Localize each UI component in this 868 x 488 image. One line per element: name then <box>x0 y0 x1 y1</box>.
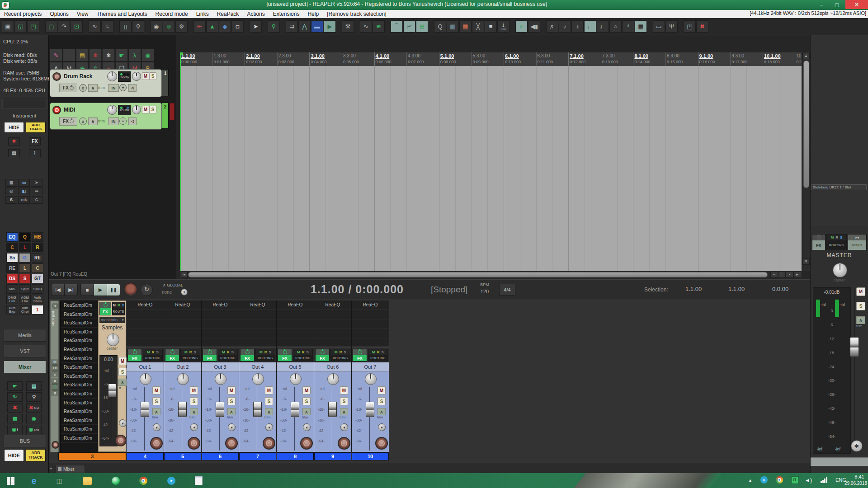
menu-item-links[interactable]: Links <box>192 10 213 18</box>
fx-insert-empty[interactable] <box>239 310 276 348</box>
solo-button[interactable]: S <box>149 72 156 80</box>
fx-power-button[interactable] <box>52 384 58 390</box>
pan-knob[interactable] <box>132 105 141 114</box>
pan-knob[interactable] <box>252 373 264 385</box>
channel-name[interactable]: Out 2 <box>164 362 201 372</box>
scroll-down-button[interactable]: ▾ <box>802 258 810 265</box>
tray-chrome-icon[interactable] <box>775 475 784 484</box>
menu-item-remove-track-selection[interactable]: [Remove track selection] <box>323 10 390 18</box>
fx-button[interactable]: FX <box>316 355 329 361</box>
view-mixer-scroll-hand-icon[interactable]: ☛ <box>7 381 23 391</box>
zoom-fit-button[interactable]: ▪ <box>786 272 793 278</box>
toolbar-envelope-shape-icon[interactable]: ✂ <box>403 20 415 33</box>
tray-expand-icon[interactable]: ▲ <box>748 478 752 483</box>
fx-button[interactable]: FX <box>59 84 77 92</box>
toolbar-performance-person-icon[interactable]: Ψ <box>665 20 678 33</box>
fx-shortcut-dim-choi[interactable]: Dim Choi <box>19 305 31 314</box>
collapsed-track-strip[interactable]: ▾ MIDI (not IN FX ∧ ø M <box>50 300 59 452</box>
mute-button[interactable]: M <box>152 386 160 394</box>
media-mk-icon[interactable]: mk <box>18 196 30 204</box>
record-arm-button[interactable] <box>263 437 275 450</box>
route-button[interactable]: ROUTE <box>118 105 131 115</box>
sends-dropdown[interactable]: ▾ <box>265 423 273 431</box>
toolbar-grid-blocks-icon[interactable]: ⊞ <box>416 20 428 33</box>
fx-insert-empty[interactable] <box>127 310 164 348</box>
tcp-toolbar-blank-icon[interactable] <box>63 49 75 61</box>
dock-resize-bar[interactable] <box>811 457 868 466</box>
go-to-end-button[interactable]: ▶| <box>64 284 78 296</box>
toolbar-spectral-wave-icon[interactable]: ≋ <box>373 20 385 33</box>
fx-shortcut-aom-lim[interactable]: AOM Lim <box>19 295 31 304</box>
fx-power-button[interactable] <box>203 349 217 355</box>
fx-power-button[interactable] <box>128 349 142 355</box>
view-show-sends-eye-icon[interactable]: ◉Snd <box>26 425 42 434</box>
track-number[interactable]: 9 <box>314 452 351 460</box>
view-mixer-search-icon[interactable]: ⚲ <box>26 392 42 402</box>
vertical-scroll-thumb[interactable] <box>803 61 809 188</box>
mute-button[interactable]: M <box>142 72 149 80</box>
tcp-toolbar-grab-hand-icon[interactable]: ☛ <box>115 49 128 61</box>
go-to-start-button[interactable]: |◀ <box>51 284 65 296</box>
fx-insert-empty[interactable] <box>202 310 239 348</box>
toolbar-search-project-icon[interactable]: ⚲ <box>132 20 144 33</box>
mute-button[interactable]: M <box>302 386 311 394</box>
time-signature[interactable]: 4/4 <box>499 284 515 296</box>
routing-button[interactable]: ROUTING <box>827 240 846 250</box>
fx-insert-slot[interactable]: ReaEQ <box>314 300 351 310</box>
record-arm-button[interactable] <box>225 437 238 450</box>
fx-shortcut-r[interactable]: R <box>32 243 43 252</box>
fx-shortcut-c[interactable]: C <box>6 243 18 252</box>
fx-shortcut-s[interactable]: S <box>19 274 31 283</box>
route-button[interactable]: ROUTE <box>113 308 124 315</box>
pan-knob[interactable] <box>140 373 151 385</box>
fx-slot-reasamplomatic[interactable]: ReaSamplOm <box>61 399 98 408</box>
fx-insert-slot[interactable]: ReaEQ <box>164 300 201 310</box>
channel-out-1[interactable]: ReaEQFXMRSROUTINGOut 1-inf-6--18--30--42… <box>127 300 164 452</box>
toolbar-fullscreen-toggle-icon[interactable]: ◳ <box>684 20 696 33</box>
tcp-toolbar-freeze-track-icon[interactable]: ❄ <box>102 49 115 61</box>
sidebar-item-vst[interactable]: VST <box>4 345 46 357</box>
fx-button[interactable]: FX <box>59 117 77 126</box>
fx-slot-reasamplomatic[interactable]: ReaSamplOm <box>61 345 98 354</box>
trim-envelope-button[interactable]: ∧ <box>190 408 198 415</box>
menu-item-recent-projects[interactable]: Recent projects <box>0 10 46 18</box>
view-show-keyboard-icon[interactable]: ▦ <box>7 414 23 423</box>
fx-power-button[interactable] <box>241 349 254 355</box>
toolbar-open-folder-icon[interactable]: ◰ <box>27 20 39 33</box>
arrange-view[interactable] <box>180 66 802 271</box>
fx-power-button[interactable] <box>812 235 825 240</box>
fx-button[interactable]: FX <box>100 308 111 315</box>
toolbar-save-project-icon[interactable]: ▣ <box>2 20 14 33</box>
hide-mixer-button[interactable]: HIDE <box>4 449 24 462</box>
record-arm-button[interactable] <box>300 437 313 450</box>
fx-insert-slot[interactable]: ReaEQ <box>127 300 164 310</box>
media-c-icon[interactable]: C <box>31 196 42 204</box>
toolbar-settings-wrench-icon[interactable]: ⚙ <box>175 20 188 33</box>
toolbar-render-play-icon[interactable]: ▶ <box>324 20 336 33</box>
toolbar-normalize-wave-icon[interactable]: ∿ <box>360 20 372 33</box>
volume-fader[interactable] <box>366 402 374 417</box>
envelope-button[interactable]: ∧ <box>88 117 98 125</box>
input-button[interactable]: IN <box>52 359 58 365</box>
toolbar-cleanup-project-icon[interactable]: ▯ <box>119 20 132 33</box>
toolbar-q-window-icon[interactable]: Q <box>434 20 446 33</box>
toolbar-note-eighth-dotted-icon[interactable]: ♪ <box>571 20 584 33</box>
fx-button[interactable]: FX <box>353 355 367 361</box>
solo-button[interactable]: S <box>227 397 236 405</box>
solo-button[interactable]: S <box>118 368 127 376</box>
channel-name[interactable]: Out 6 <box>314 362 351 372</box>
toolbar-note-whole-icon[interactable]: ○ <box>609 20 622 33</box>
global-automation-value[interactable]: none <box>162 290 172 295</box>
toolbar-new-project-icon[interactable]: ▢ <box>45 20 57 33</box>
routing-button[interactable]: ROUTING <box>293 355 312 361</box>
tray-reaper-icon[interactable]: П <box>790 475 799 484</box>
selection-start[interactable]: 1.1.00 <box>685 286 702 292</box>
pan-knob[interactable] <box>290 373 302 385</box>
routing-button[interactable]: ROUTING <box>181 355 200 361</box>
track-midi[interactable]: MIDI ROUTE M S FX ø ∧ trim IN ▾ ◁ <box>50 103 162 130</box>
volume-fader[interactable] <box>141 402 149 417</box>
menu-item-help[interactable]: Help <box>303 10 323 18</box>
trim-envelope-button[interactable]: ∧ <box>377 408 386 415</box>
fx-slot-reasamplomatic[interactable]: ReaSamplOm <box>61 301 98 310</box>
fx-slot-reasamplomatic[interactable]: ReaSamplOm <box>61 328 98 337</box>
